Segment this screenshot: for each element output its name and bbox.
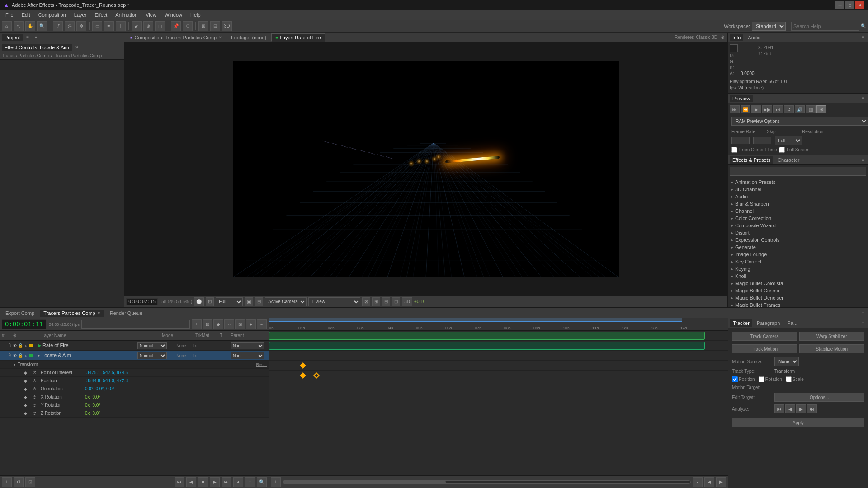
timeline-timecode[interactable]: 0:00:01:11 <box>2 319 46 329</box>
trim-btn[interactable]: ⊠ <box>235 319 245 329</box>
camera-dropdown[interactable]: Active Camera <box>265 297 307 306</box>
scale-cb[interactable] <box>786 376 792 382</box>
navigator-right[interactable]: ▶ <box>716 477 726 487</box>
zoom-in-timeline[interactable]: + <box>271 477 281 487</box>
ram-preview-dropdown[interactable]: RAM Preview Options <box>731 117 868 126</box>
skip-forward-bottom[interactable]: ⏭ <box>222 477 231 487</box>
tool-brush[interactable]: 🖌 <box>132 21 142 31</box>
analyze-back-btn[interactable]: ⏮ <box>774 404 784 413</box>
layer-fx-8[interactable]: fx <box>193 343 197 348</box>
analyze-back-frame-btn[interactable]: ◀ <box>785 404 795 413</box>
tab-pa[interactable]: Pa... <box>784 319 800 327</box>
pos-value[interactable]: -3584.8, 544.0, 472.3 <box>85 378 128 383</box>
layer-mode-8[interactable]: Normal <box>137 342 169 349</box>
tool-pan[interactable]: ✥ <box>76 21 86 31</box>
effects-category-expression-controls[interactable]: ▸Expression Controls <box>728 236 868 244</box>
rotation-cb[interactable] <box>759 376 764 382</box>
keyframe-pos-1[interactable] <box>300 372 306 379</box>
orient-stopwatch-icon[interactable]: ⏱ <box>32 386 37 392</box>
step-forward-bottom[interactable]: ▶ <box>210 477 220 487</box>
skip-to-end-btn[interactable]: ⏭ <box>773 105 783 113</box>
effect-controls-close[interactable]: ✕ <box>74 44 80 51</box>
layer-row-rate-of-fire[interactable]: 8 👁 🔓 ○ ▶ Rate of Fire <box>0 341 269 351</box>
effects-search-input[interactable] <box>730 167 866 176</box>
tool-eraser[interactable]: ◻ <box>155 21 165 31</box>
keyframe-btn[interactable]: ◆ <box>213 319 223 329</box>
timeline-settings[interactable]: ≡ <box>860 310 866 316</box>
play-btn[interactable]: ▶ <box>751 105 761 113</box>
tab-render-queue[interactable]: Render Queue <box>106 310 146 317</box>
skip-to-start-btn[interactable]: ⏮ <box>730 105 740 113</box>
loop-btn[interactable]: ↺ <box>784 105 794 113</box>
tab-footage[interactable]: Footage: (none) <box>227 33 270 42</box>
poi-value[interactable]: -3475.1, 542.5, 874.5 <box>85 370 128 375</box>
effects-category-color-correction[interactable]: ▸Color Correction <box>728 215 868 222</box>
pen-timeline-btn[interactable]: ✒ <box>257 319 267 329</box>
skip-input[interactable]: 0 <box>753 137 771 144</box>
project-panel-close[interactable]: ≡ <box>24 34 31 41</box>
composition-settings-btn[interactable]: ⚙ <box>14 477 24 487</box>
tool-puppet[interactable]: ⚇ <box>183 21 193 31</box>
preview-panel-close[interactable]: ≡ <box>860 95 866 102</box>
menu-layer[interactable]: Layer <box>71 11 90 19</box>
effects-category-key-correct[interactable]: ▸Key Correct <box>728 258 868 265</box>
layer-eye-9[interactable]: 👁 <box>12 353 17 358</box>
resolution-btn[interactable]: ⚪ <box>194 297 204 306</box>
effects-category-animation-presets[interactable]: ▸Animation Presets <box>728 178 868 186</box>
skip-back-bottom[interactable]: ⏮ <box>175 477 184 487</box>
stop-bottom[interactable]: ■ <box>198 477 208 487</box>
layer-row-locate-aim[interactable]: 9 👁 🔓 ○ ▸ Locate & Aim <box>0 351 269 361</box>
toggle-pixels[interactable]: ⊠ <box>362 297 370 306</box>
tracers-tab-close[interactable]: ✕ <box>97 311 101 315</box>
tab-project[interactable]: Project <box>2 34 23 41</box>
preview-settings-btn[interactable]: ⚙ <box>816 105 826 113</box>
grid-btn[interactable]: ⊞ <box>372 297 380 306</box>
step-back-btn[interactable]: ⏪ <box>741 105 750 113</box>
xrot-stopwatch-icon[interactable]: ⏱ <box>32 394 37 400</box>
tool-camera-align[interactable]: ⊞ <box>198 21 208 31</box>
view-dropdown[interactable]: 1 View 2 Views - Horizontal <box>308 297 360 306</box>
stabilize-motion-btn[interactable]: Stabilize Motion <box>799 344 865 353</box>
tool-zoom[interactable]: 🔍 <box>37 21 47 31</box>
resolution-dropdown[interactable]: Full Half Third Quarter <box>216 297 243 306</box>
menu-edit[interactable]: Edit <box>18 11 34 19</box>
xrot-value[interactable]: 0x+0.0° <box>85 394 100 399</box>
yrot-stopwatch-icon[interactable]: ⏱ <box>32 403 37 408</box>
keyframe-poi[interactable] <box>300 362 306 369</box>
move-layer-btn[interactable]: ⊞ <box>203 319 212 329</box>
tab-tracker[interactable]: Tracker <box>730 319 752 327</box>
safe-zones-btn[interactable]: ⊡ <box>392 297 400 306</box>
track-camera-btn[interactable]: Track Camera <box>732 332 797 341</box>
tab-effect-controls[interactable]: Effect Controls: Locate & Aim <box>2 44 72 51</box>
menu-effect[interactable]: Effect <box>91 11 111 19</box>
yrot-value[interactable]: 0x+0.0° <box>85 403 100 408</box>
tool-text[interactable]: T <box>116 21 126 31</box>
3d-ground[interactable]: 3D <box>402 297 412 306</box>
options-btn[interactable]: Options... <box>774 393 864 402</box>
layer-solo-8[interactable]: ○ <box>24 343 29 348</box>
zrot-value[interactable]: 0x+0.0° <box>85 411 100 416</box>
tab-preview[interactable]: Preview <box>730 95 753 102</box>
step-back-bottom[interactable]: ◀ <box>186 477 196 487</box>
menu-help[interactable]: Help <box>187 11 204 19</box>
layer-lock-9[interactable]: 🔓 <box>18 353 23 358</box>
analyze-forward-frame-btn[interactable]: ▶ <box>796 404 806 413</box>
new-comp-btn[interactable]: + <box>192 319 202 329</box>
effects-category-blur-&-sharpen[interactable]: ▸Blur & Sharpen <box>728 200 868 207</box>
tool-pen[interactable]: ✒ <box>104 21 114 31</box>
effects-category-magic-bullet-colorista[interactable]: ▸Magic Bullet Colorista <box>728 280 868 287</box>
zrot-keyframe-icon[interactable]: ◆ <box>23 411 28 416</box>
effects-category-channel[interactable]: ▸Channel <box>728 207 868 215</box>
layer-eye-8[interactable]: 👁 <box>12 343 17 348</box>
orient-keyframe-icon[interactable]: ◆ <box>23 386 28 392</box>
yrot-keyframe-icon[interactable]: ◆ <box>23 403 28 408</box>
minimize-button[interactable]: ─ <box>835 1 844 9</box>
ruler-btn[interactable]: ⊟ <box>382 297 390 306</box>
effects-category-image-lounge[interactable]: ▸Image Lounge <box>728 251 868 258</box>
audio-btn[interactable]: 🔊 <box>795 105 805 113</box>
tool-hand[interactable]: ✋ <box>25 21 35 31</box>
pos-keyframe-icon[interactable]: ◆ <box>23 378 28 384</box>
layer-9-expand[interactable]: ▸ <box>38 352 40 358</box>
zoom-out-timeline[interactable]: - <box>693 477 703 487</box>
parent-select-9[interactable]: None <box>231 352 264 359</box>
